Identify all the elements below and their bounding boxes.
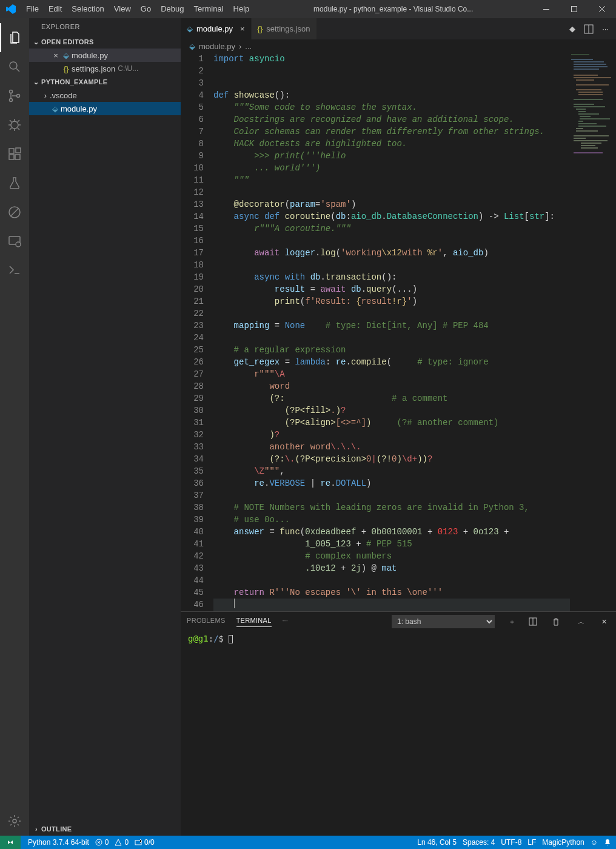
tree-item[interactable]: ›.vscode — [29, 89, 181, 102]
more-icon[interactable]: ··· — [602, 24, 609, 33]
menu-go[interactable]: Go — [136, 0, 156, 18]
close-icon[interactable]: × — [51, 51, 61, 60]
open-editors-header[interactable]: ⌄OPEN EDITORS — [29, 35, 181, 49]
bell-icon[interactable] — [604, 839, 611, 846]
svg-rect-20 — [574, 64, 606, 65]
split-editor-icon[interactable] — [584, 24, 594, 34]
terminal-select[interactable]: 1: bash — [392, 615, 495, 628]
svg-rect-29 — [578, 94, 603, 95]
status-errors[interactable]: 0 — [95, 838, 109, 847]
menu-help[interactable]: Help — [229, 0, 255, 18]
menu-bar: FileEditSelectionViewGoDebugTerminalHelp — [21, 0, 254, 18]
circle-slash-icon[interactable] — [0, 198, 29, 227]
breadcrumb[interactable]: ⬙ module.py › ... — [181, 39, 616, 53]
chevron-up-icon[interactable]: ︿ — [575, 617, 587, 626]
extensions-icon[interactable] — [0, 139, 29, 169]
svg-rect-0 — [543, 9, 549, 10]
folder-header[interactable]: ⌄PYTHON_EXAMPLE — [29, 75, 181, 89]
panel-more-icon[interactable]: ··· — [283, 617, 288, 626]
menu-selection[interactable]: Selection — [67, 0, 109, 18]
close-tab-icon[interactable]: × — [240, 24, 245, 33]
status-language[interactable]: MagicPython — [542, 838, 584, 847]
panel-tab-terminal[interactable]: TERMINAL — [236, 617, 272, 627]
code-editor[interactable]: 1234567891011121314151617181920212223242… — [181, 53, 616, 611]
breadcrumb-more: ... — [245, 42, 252, 51]
breadcrumb-file: module.py — [199, 42, 235, 51]
tab-bar: ⬙module.py×{}settings.json ◆ ··· — [181, 18, 616, 39]
svg-rect-43 — [574, 135, 609, 136]
svg-point-2 — [10, 62, 17, 69]
minimize-button[interactable] — [532, 0, 560, 18]
search-icon[interactable] — [0, 52, 29, 81]
status-eol[interactable]: LF — [527, 838, 536, 847]
open-editor-item[interactable]: ×⬙module.py — [29, 49, 181, 62]
menu-terminal[interactable]: Terminal — [189, 0, 228, 18]
vscode-logo-icon — [0, 4, 21, 14]
svg-point-4 — [10, 99, 13, 102]
editor-tab[interactable]: {}settings.json — [252, 18, 317, 39]
svg-rect-18 — [571, 59, 593, 60]
svg-rect-36 — [580, 116, 591, 117]
code-content[interactable]: import asyncio def showcase(): """Some c… — [213, 53, 570, 611]
svg-rect-41 — [576, 128, 583, 129]
activity-bar — [0, 18, 29, 836]
editor-tab[interactable]: ⬙module.py× — [181, 18, 252, 39]
tree-item[interactable]: ⬙module.py — [29, 102, 181, 115]
remote-explorer-icon[interactable] — [0, 227, 29, 256]
svg-rect-17 — [571, 54, 589, 55]
chevron-right-icon: › — [41, 91, 50, 100]
json-file-icon: {} — [61, 64, 72, 73]
menu-file[interactable]: File — [21, 0, 44, 18]
terminal-path: / — [213, 634, 218, 643]
terminal-content[interactable]: g@g1:/$ — [181, 631, 616, 836]
svg-rect-28 — [578, 92, 603, 93]
svg-rect-49 — [574, 152, 603, 153]
svg-rect-31 — [574, 104, 594, 105]
status-encoding[interactable]: UTF-8 — [501, 838, 521, 847]
svg-point-5 — [17, 95, 20, 98]
test-icon[interactable] — [0, 169, 29, 198]
compare-icon[interactable]: ◆ — [569, 24, 575, 33]
svg-rect-26 — [576, 84, 609, 86]
svg-rect-46 — [581, 143, 601, 144]
svg-rect-48 — [581, 147, 598, 149]
svg-point-14 — [13, 819, 16, 823]
debug-icon[interactable] — [0, 110, 29, 139]
svg-rect-23 — [574, 75, 598, 76]
remote-indicator[interactable] — [0, 836, 21, 849]
outline-header[interactable]: ›OUTLINE — [29, 822, 181, 836]
terminal-user: g@g1 — [188, 634, 209, 643]
settings-gear-icon[interactable] — [0, 807, 29, 836]
python-file-icon: ⬙ — [187, 24, 193, 33]
svg-rect-42 — [576, 130, 598, 132]
status-warnings[interactable]: 0 — [115, 838, 129, 847]
svg-rect-22 — [574, 69, 599, 70]
svg-rect-30 — [574, 99, 603, 100]
window-controls — [532, 0, 616, 18]
status-ports[interactable]: 0/0 — [135, 838, 155, 847]
close-button[interactable] — [588, 0, 616, 18]
svg-rect-19 — [574, 61, 604, 62]
status-python[interactable]: Python 3.7.4 64-bit — [28, 838, 89, 847]
menu-view[interactable]: View — [109, 0, 136, 18]
status-indentation[interactable]: Spaces: 4 — [463, 838, 495, 847]
close-panel-icon[interactable]: ✕ — [598, 618, 610, 626]
open-editor-item[interactable]: {}settings.jsonC:\U... — [29, 62, 181, 75]
new-terminal-icon[interactable]: ＋ — [506, 617, 518, 626]
panel-tab-problems[interactable]: PROBLEMS — [187, 617, 226, 626]
editor-group: ⬙module.py×{}settings.json ◆ ··· ⬙ modul… — [181, 18, 616, 836]
split-terminal-icon[interactable] — [529, 617, 541, 626]
maximize-button[interactable] — [560, 0, 588, 18]
panel: PROBLEMS TERMINAL ··· 1: bash ＋ ︿ ✕ g@g1… — [181, 611, 616, 836]
trash-icon[interactable] — [552, 617, 564, 626]
svg-rect-35 — [578, 113, 599, 115]
source-control-icon[interactable] — [0, 81, 29, 110]
status-cursor[interactable]: Ln 46, Col 5 — [417, 838, 457, 847]
minimap[interactable] — [570, 53, 616, 611]
menu-debug[interactable]: Debug — [156, 0, 189, 18]
svg-rect-47 — [581, 145, 595, 146]
feedback-icon[interactable]: ☺ — [591, 838, 598, 847]
terminal-activity-icon[interactable] — [0, 256, 29, 285]
explorer-icon[interactable] — [0, 23, 29, 52]
menu-edit[interactable]: Edit — [44, 0, 67, 18]
